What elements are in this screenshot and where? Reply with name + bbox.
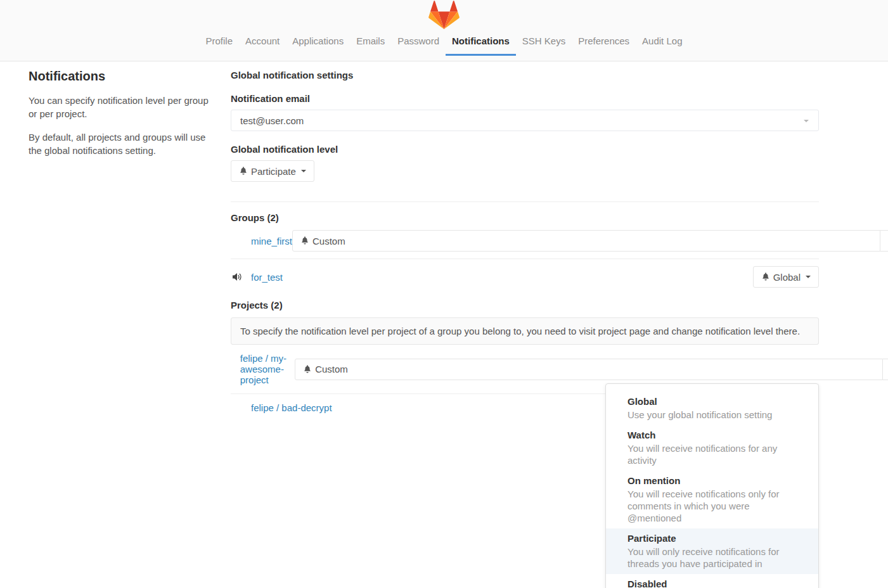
project-my-awesome-level-button[interactable]: Custom — [295, 359, 883, 380]
dropdown-item-desc: Use your global notification setting — [627, 409, 803, 421]
project-link-bad-decrypt[interactable]: felipe / bad-decrypt — [251, 402, 332, 413]
page-title: Notifications — [29, 69, 210, 84]
dropdown-item-title: Participate — [627, 532, 803, 545]
bell-icon — [239, 165, 248, 177]
settings-nav: Profile Account Applications Emails Pass… — [0, 29, 888, 56]
tab-account[interactable]: Account — [239, 29, 286, 56]
notification-email-value: test@user.com — [240, 115, 304, 126]
projects-note: To specify the notification level per pr… — [231, 317, 819, 345]
sidebar-description-1: You can specify notification level per g… — [29, 94, 210, 120]
notification-level-dropdown: Global Use your global notification sett… — [605, 383, 819, 588]
group-for-test-level-button[interactable]: Global — [753, 266, 819, 288]
notification-email-select[interactable]: test@user.com — [231, 110, 819, 131]
bell-icon — [761, 271, 770, 283]
tab-profile[interactable]: Profile — [200, 29, 240, 56]
global-level-button-label: Participate — [251, 166, 296, 177]
project-level-split-button: Custom — [295, 359, 888, 380]
group-link-mine-first[interactable]: mine_first — [251, 236, 292, 246]
group-level-label: Global — [773, 272, 801, 283]
dropdown-item-title: Watch — [627, 429, 803, 442]
tab-applications[interactable]: Applications — [286, 29, 350, 56]
group-row-for-test: for_test Global — [231, 259, 819, 295]
projects-title: Projects (2) — [231, 300, 819, 310]
project-level-label: Custom — [315, 364, 348, 374]
group-level-split-button: Custom — [292, 230, 888, 252]
notification-email-label: Notification email — [231, 93, 819, 104]
bell-icon — [300, 235, 309, 246]
tab-password[interactable]: Password — [391, 29, 446, 56]
groups-title: Groups (2) — [231, 212, 819, 223]
tab-emails[interactable]: Emails — [350, 29, 391, 56]
dropdown-item-title: On mention — [627, 475, 803, 487]
select-caret-icon — [804, 120, 809, 122]
gitlab-logo-icon — [428, 1, 460, 29]
sidebar-description-2: By default, all projects and groups will… — [29, 131, 210, 157]
global-level-button[interactable]: Participate — [231, 160, 314, 182]
project-my-awesome-caret-button[interactable] — [883, 359, 888, 380]
caret-down-icon — [301, 170, 306, 172]
group-row-mine-first: mine_first Custom — [231, 223, 819, 259]
group-mine-first-caret-button[interactable] — [880, 230, 888, 252]
tab-ssh-keys[interactable]: SSH Keys — [516, 29, 572, 56]
dropdown-item-watch[interactable]: Watch You will receive notifications for… — [606, 425, 818, 471]
caret-down-icon — [806, 276, 811, 278]
notification-level-label: Global notification level — [231, 144, 819, 155]
dropdown-item-disabled[interactable]: Disabled You will not get any notificati… — [606, 574, 818, 588]
tab-preferences[interactable]: Preferences — [572, 29, 636, 56]
dropdown-item-desc: You will receive notifications only for … — [627, 488, 803, 524]
profile-settings-header: Profile Account Applications Emails Pass… — [0, 0, 888, 61]
group-link-for-test[interactable]: for_test — [251, 272, 283, 283]
dropdown-item-desc: You will only receive notifications for … — [627, 546, 803, 570]
tab-notifications[interactable]: Notifications — [446, 29, 516, 56]
group-mine-first-level-button[interactable]: Custom — [292, 230, 880, 252]
section-divider — [231, 201, 819, 202]
group-level-label: Custom — [312, 236, 345, 246]
project-link-my-awesome-project[interactable]: felipe / my-awesome-project — [240, 353, 295, 385]
dropdown-item-desc: You will receive notifications for any a… — [627, 442, 803, 466]
notifications-main: Global notification settings Notificatio… — [231, 61, 819, 421]
dropdown-item-on-mention[interactable]: On mention You will receive notification… — [606, 471, 818, 528]
dropdown-item-title: Disabled — [627, 578, 803, 588]
notifications-sidebar: Notifications You can specify notificati… — [29, 61, 231, 421]
global-settings-title: Global notification settings — [231, 70, 819, 80]
tab-audit-log[interactable]: Audit Log — [636, 29, 688, 56]
volume-up-icon — [231, 272, 251, 281]
dropdown-item-participate[interactable]: Participate You will only receive notifi… — [606, 528, 818, 574]
dropdown-item-global[interactable]: Global Use your global notification sett… — [606, 392, 818, 425]
dropdown-item-title: Global — [627, 395, 803, 408]
bell-icon — [303, 364, 312, 375]
